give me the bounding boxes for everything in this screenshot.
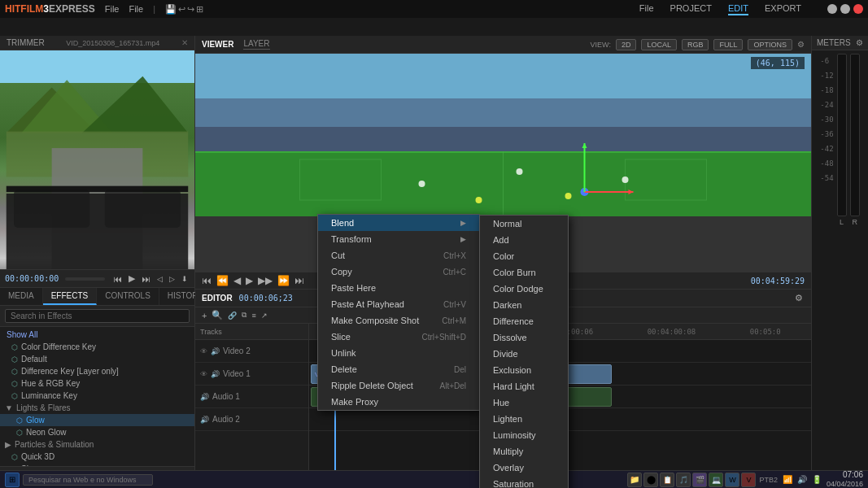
blend-multiply[interactable]: Multiply — [480, 443, 568, 460]
nav-redo-icon[interactable]: ↪ — [187, 4, 194, 15]
effects-item-luminance[interactable]: ⬡ Luminance Key — [0, 390, 194, 402]
trimmer-next-button[interactable]: ⏭ — [140, 273, 152, 285]
blend-color-burn[interactable]: Color Burn — [480, 264, 568, 281]
ctx-paste-here[interactable]: Paste Here — [318, 280, 479, 296]
taskbar-app2-button[interactable]: 📋 — [660, 473, 674, 487]
tab-effects[interactable]: EFFECTS — [43, 288, 98, 305]
taskbar-word-button[interactable]: W — [725, 473, 739, 487]
view-2d-button[interactable]: 2D — [616, 39, 637, 50]
viewer-next-frame-button[interactable]: ▶▶ — [258, 275, 273, 286]
editor-snap-button[interactable]: ⧉ — [242, 311, 246, 320]
meters-settings-icon[interactable]: ⚙ — [856, 38, 863, 47]
trimmer-play-button[interactable]: ▶ — [127, 272, 137, 285]
ctx-make-proxy[interactable]: Make Proxy — [318, 394, 479, 410]
blend-hue[interactable]: Hue — [480, 394, 568, 411]
viewer-layer-tab[interactable]: LAYER — [243, 39, 269, 50]
blend-difference[interactable]: Difference — [480, 313, 568, 329]
trimmer-insert-button[interactable]: ⬇ — [180, 274, 190, 284]
viewer-play-button[interactable]: ▶ — [246, 275, 253, 286]
effects-item-glow[interactable]: ⬡ Glow — [0, 414, 194, 426]
nav-file[interactable]: File — [129, 4, 143, 14]
viewer-end-button[interactable]: ⏭ — [294, 275, 304, 286]
trimmer-mark-in-button[interactable]: ◁ — [155, 274, 164, 284]
view-full-button[interactable]: FULL — [713, 39, 743, 50]
viewer-rewind-button[interactable]: ⏮ — [202, 275, 212, 286]
effects-item-diff-key[interactable]: ⬡ Difference Key [Layer only] — [0, 365, 194, 377]
blend-lighten[interactable]: Lighten — [480, 411, 568, 427]
viewer-prev-frame-button[interactable]: ◀ — [233, 275, 241, 286]
nav-home[interactable]: File — [639, 3, 654, 15]
ctx-blend[interactable]: Blend ▶ Normal Add Color Color Burn Colo… — [318, 215, 479, 231]
blend-color-dodge[interactable]: Color Dodge — [480, 281, 568, 297]
ctx-paste-playhead[interactable]: Paste At Playhead Ctrl+V — [318, 296, 479, 312]
window-close[interactable] — [853, 4, 863, 14]
taskbar-app4-button[interactable]: 🎬 — [692, 473, 707, 487]
editor-link-button[interactable]: 🔗 — [228, 312, 237, 320]
editor-arrow-button[interactable]: ↗ — [261, 312, 268, 320]
blend-luminosity[interactable]: Luminosity — [480, 427, 568, 443]
blend-hard-light[interactable]: Hard Light — [480, 378, 568, 394]
view-local-button[interactable]: LOCAL — [641, 39, 677, 50]
blend-exclusion[interactable]: Exclusion — [480, 362, 568, 378]
meter-bar-r — [850, 54, 860, 216]
nav-undo-icon[interactable]: ↩ — [178, 4, 185, 15]
blend-dissolve[interactable]: Dissolve — [480, 329, 568, 346]
nav-grid-icon[interactable]: ⊞ — [196, 4, 203, 15]
view-rgb-button[interactable]: RGB — [682, 39, 709, 50]
ctx-delete[interactable]: Delete Del — [318, 361, 479, 377]
nav-project[interactable]: PROJECT — [670, 3, 712, 15]
trimmer-mark-out-button[interactable]: ▷ — [168, 274, 177, 284]
window-minimize[interactable] — [827, 4, 837, 14]
editor-add-track-button[interactable]: + — [202, 311, 207, 320]
viewer-settings-icon[interactable]: ⚙ — [797, 40, 805, 49]
taskbar-file-explorer-button[interactable]: 📁 — [627, 473, 642, 487]
ctx-composite-shot[interactable]: Make Composite Shot Ctrl+M — [318, 312, 479, 329]
blend-color[interactable]: Color — [480, 248, 568, 264]
tab-media[interactable]: MEDIA — [0, 288, 43, 305]
taskbar-start-button[interactable]: ⊞ — [5, 473, 20, 487]
taskbar-search-input[interactable] — [23, 474, 153, 486]
blend-divide[interactable]: Divide — [480, 346, 568, 362]
menu-file[interactable]: File — [105, 4, 120, 14]
blend-overlay[interactable]: Overlay — [480, 460, 568, 476]
blend-darken[interactable]: Darken — [480, 297, 568, 313]
effects-item-color-diff[interactable]: ⬡ Color Difference Key — [0, 341, 194, 353]
nav-save-icon[interactable]: 💾 — [165, 4, 177, 15]
viewer-fast-forward-button[interactable]: ⏩ — [277, 275, 290, 286]
effects-item-neon-glow[interactable]: ⬡ Neon Glow — [0, 426, 194, 438]
window-maximize[interactable] — [840, 4, 850, 14]
editor-settings-icon[interactable]: ⚙ — [793, 292, 805, 304]
blend-add[interactable]: Add — [480, 232, 568, 248]
effects-group-particles[interactable]: ▶ Particles & Simulation — [0, 438, 194, 451]
ctx-ripple-delete[interactable]: Ripple Delete Object Alt+Del — [318, 377, 479, 394]
blend-saturation[interactable]: Saturation — [480, 476, 568, 488]
view-options-button[interactable]: OPTIONS — [748, 39, 792, 50]
nav-export[interactable]: EXPORT — [765, 3, 801, 15]
ctx-cut[interactable]: Cut Ctrl+X — [318, 247, 479, 264]
ctx-slice[interactable]: Slice Ctrl+Shift+D — [318, 329, 479, 345]
viewer-step-back-button[interactable]: ⏪ — [216, 275, 229, 286]
trimmer-prev-button[interactable]: ⏮ — [111, 273, 124, 285]
effects-item-quick3d[interactable]: ⬡ Quick 3D — [0, 451, 194, 463]
trimmer-scrubber[interactable] — [65, 277, 105, 281]
tab-controls[interactable]: CONTROLS — [97, 288, 159, 305]
effects-search-input[interactable] — [5, 309, 190, 323]
effects-show-all[interactable]: Show All — [0, 329, 194, 341]
svg-point-28 — [565, 193, 572, 199]
ctx-transform[interactable]: Transform ▶ — [318, 231, 479, 247]
taskbar-app3-button[interactable]: 🎵 — [676, 473, 691, 487]
effects-item-hue-rgb[interactable]: ⬡ Hue & RGB Key — [0, 377, 194, 390]
nav-edit[interactable]: EDIT — [728, 3, 748, 15]
top-bar: HITFILM3EXPRESS File File File | 💾 ↩ ↪ ⊞… — [0, 0, 868, 18]
taskbar-app6-button[interactable]: V — [741, 473, 756, 487]
taskbar-chrome-button[interactable]: ⬤ — [643, 473, 658, 487]
taskbar-app5-button[interactable]: 💻 — [709, 473, 723, 487]
editor-ripple-button[interactable]: ≡ — [251, 312, 255, 320]
ctx-unlink[interactable]: Unlink — [318, 345, 479, 361]
effects-item-default[interactable]: ⬡ Default — [0, 353, 194, 365]
ctx-copy[interactable]: Copy Ctrl+C — [318, 264, 479, 280]
blend-normal[interactable]: Normal — [480, 216, 568, 232]
trimmer-close-icon[interactable]: ✕ — [181, 38, 188, 47]
effects-group-lights[interactable]: ▼ Lights & Flares — [0, 402, 194, 414]
editor-zoom-in-button[interactable]: 🔍 — [212, 310, 223, 320]
